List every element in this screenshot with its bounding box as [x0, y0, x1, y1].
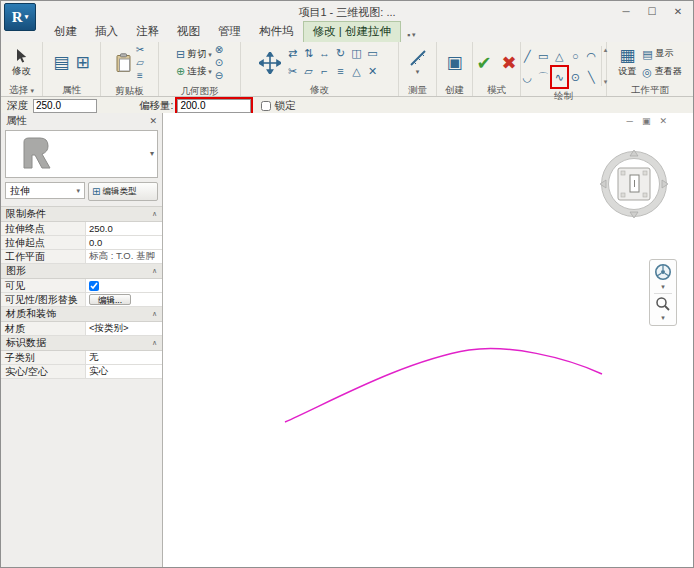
match-type-icon[interactable]: ≡: [137, 70, 143, 82]
workplane-show-label: 显示: [656, 47, 674, 60]
unpin-icon[interactable]: △: [349, 63, 364, 80]
geometry-tool-icon[interactable]: ⊖: [215, 70, 223, 82]
type-selector[interactable]: ▾: [5, 130, 158, 178]
tab-modify-create-extrusion[interactable]: 修改 | 创建拉伸: [303, 21, 401, 42]
revit-window: R ▾ 项目1 - 三维视图: ... ─ ☐ ✕ 创建 插入 注释 视图 管理…: [0, 0, 694, 568]
property-value: 编辑...: [86, 293, 162, 306]
property-grid: 限制条件 ∧ 拉伸终点 250.0 拉伸起点 0.0 工作平面: [1, 206, 162, 379]
close-icon[interactable]: ✕: [149, 116, 157, 126]
create-group-icon[interactable]: ▣: [446, 54, 462, 72]
property-row-material: 材质 <按类别>: [1, 322, 162, 336]
measure-ruler-icon[interactable]: [409, 49, 427, 67]
close-button[interactable]: ✕: [665, 1, 691, 23]
scale-icon[interactable]: ▭: [365, 45, 380, 62]
view-restore-icon[interactable]: ▣: [642, 116, 651, 126]
line-draw-icon[interactable]: ╱: [520, 46, 535, 66]
workplane-set-button[interactable]: ▦ 设置: [618, 47, 636, 78]
chevron-down-icon[interactable]: ▾: [416, 68, 420, 76]
section-materials[interactable]: 材质和装饰 ∧: [1, 307, 162, 322]
cancel-edit-mode-icon[interactable]: ✖: [502, 52, 517, 74]
array-icon[interactable]: ◫: [349, 45, 364, 62]
paste-clipboard-icon[interactable]: [115, 53, 132, 73]
view-minimize-icon[interactable]: ─: [627, 116, 633, 126]
mirror-icon[interactable]: ↔: [317, 45, 332, 62]
drawing-canvas[interactable]: ─ ▣ ✕: [163, 113, 693, 567]
property-label: 工作平面: [1, 250, 86, 263]
collapse-icon: ∧: [152, 339, 157, 347]
rotate-icon[interactable]: ↻: [333, 45, 348, 62]
move-icon[interactable]: [259, 52, 281, 74]
section-constraints[interactable]: 限制条件 ∧: [1, 207, 162, 222]
trim-icon[interactable]: ⌐: [317, 63, 332, 80]
arc-draw-icon[interactable]: ◠: [584, 46, 599, 66]
spline-draw-icon[interactable]: ∿: [552, 67, 567, 87]
zoom-magnifier-icon[interactable]: [655, 296, 671, 312]
main-area: 属性 ✕ ▾ 拉伸 ▾ ⊞ 编辑类型: [1, 113, 693, 567]
chevron-down-icon[interactable]: ▾: [661, 314, 665, 322]
view-close-icon[interactable]: ✕: [659, 116, 667, 126]
tangent-arc-draw-icon[interactable]: ⌒: [536, 67, 551, 87]
copy-icon[interactable]: ▱: [136, 57, 144, 69]
family-types-icon[interactable]: ⊞: [75, 54, 89, 72]
tab-view[interactable]: 视图: [168, 22, 209, 42]
pin-icon[interactable]: ≡: [333, 63, 348, 80]
chevron-down-icon[interactable]: ▾: [661, 283, 665, 291]
minimize-button[interactable]: ─: [613, 1, 639, 23]
ellipse-draw-icon[interactable]: ⊙: [568, 67, 583, 87]
section-graphics[interactable]: 图形 ∧: [1, 264, 162, 279]
geometry-tool-icon[interactable]: ⊗: [215, 44, 223, 56]
sketch-spline[interactable]: [285, 349, 602, 422]
depth-input[interactable]: [33, 99, 97, 113]
polygon-draw-icon[interactable]: △: [552, 46, 567, 66]
workplane-show-button[interactable]: ▤ 显示: [642, 47, 682, 60]
panel-properties: ▤ ⊞ 属性: [43, 42, 101, 96]
cut-icon[interactable]: ✂: [136, 44, 144, 56]
viewcube[interactable]: [599, 149, 669, 219]
property-value[interactable]: <按类别>: [86, 322, 162, 335]
edit-overrides-button[interactable]: 编辑...: [89, 294, 131, 305]
panel-mode: ✔ ✖ 模式: [473, 42, 521, 96]
edit-type-button[interactable]: ⊞ 编辑类型: [88, 182, 158, 201]
workplane-viewer-button[interactable]: ◎ 查看器: [642, 65, 682, 78]
properties-palette-icon[interactable]: ▤: [53, 54, 69, 72]
modify-button-label: 修改: [12, 65, 31, 78]
properties-palette-header: 属性 ✕: [1, 113, 162, 129]
property-value[interactable]: 无: [86, 351, 162, 364]
tab-manage[interactable]: 管理: [209, 22, 250, 42]
split-icon[interactable]: ✂: [285, 63, 300, 80]
section-identity-data[interactable]: 标识数据 ∧: [1, 336, 162, 351]
copy-tool-icon[interactable]: ▱: [301, 63, 316, 80]
delete-icon[interactable]: ✕: [365, 63, 380, 80]
tab-annotate[interactable]: 注释: [127, 22, 168, 42]
maximize-button[interactable]: ☐: [639, 1, 665, 23]
property-value[interactable]: 实心: [86, 365, 162, 378]
property-value[interactable]: 0.0: [86, 236, 162, 249]
family-type-combo[interactable]: 拉伸 ▾: [5, 182, 85, 199]
property-value[interactable]: 250.0: [86, 222, 162, 235]
steering-wheel-icon[interactable]: [654, 263, 672, 281]
panel-label-select[interactable]: 选择 ▾: [1, 83, 42, 96]
contextual-tab-options[interactable]: ▪ ▾: [401, 28, 422, 42]
tab-dock[interactable]: 构件坞: [250, 22, 303, 42]
lock-checkbox[interactable]: [261, 101, 271, 111]
property-row-visibility-overrides: 可见性/图形替换 编辑...: [1, 293, 162, 307]
tab-create[interactable]: 创建: [45, 22, 86, 42]
finish-edit-mode-icon[interactable]: ✔: [476, 52, 491, 74]
offset-input[interactable]: [177, 99, 251, 113]
modify-tool-button[interactable]: 修改: [1, 42, 42, 83]
join-geometry-button[interactable]: ⊕ 连接 ▾: [176, 65, 212, 78]
revit-app-icon[interactable]: R ▾: [4, 3, 36, 31]
visible-checkbox[interactable]: [89, 281, 99, 291]
tab-insert[interactable]: 插入: [86, 22, 127, 42]
geometry-tool-icon[interactable]: ⊙: [215, 57, 223, 69]
panel-workplane: ▦ 设置 ▤ 显示 ◎ 查看器 工作平面: [607, 42, 693, 96]
offset-icon[interactable]: ⇅: [301, 45, 316, 62]
window-title: 项目1 - 三维视图: ...: [1, 5, 693, 20]
circle-draw-icon[interactable]: ○: [568, 46, 583, 66]
cut-geometry-button[interactable]: ⊟ 剪切 ▾: [176, 48, 212, 61]
align-icon[interactable]: ⇄: [285, 45, 300, 62]
rectangle-draw-icon[interactable]: ▭: [536, 46, 551, 66]
pick-lines-icon[interactable]: ╲: [584, 67, 599, 87]
panel-label-modify: 修改: [241, 83, 398, 96]
fillet-arc-draw-icon[interactable]: ◡: [520, 67, 535, 87]
